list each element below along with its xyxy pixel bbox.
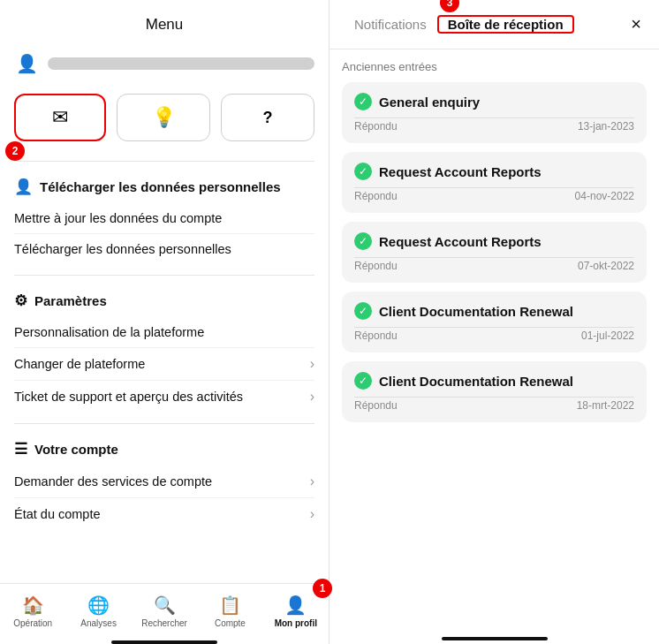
search-icon: 🔍 bbox=[154, 595, 176, 616]
inbox-item-date: 13-jan-2023 bbox=[578, 120, 634, 133]
inbox-item-date: 18-mrt-2022 bbox=[577, 399, 634, 412]
check-icon: ✓ bbox=[354, 93, 372, 110]
menu-item-change-platform[interactable]: Changer de plateforme › bbox=[14, 348, 314, 381]
inbox-items-list: ✓ General enquiry Répondu 13-jan-2023 ✓ … bbox=[342, 82, 647, 422]
inbox-item[interactable]: ✓ Request Account Reports Répondu 04-nov… bbox=[342, 152, 647, 213]
annotation-1: 1 bbox=[313, 579, 332, 598]
nav-mon-profil[interactable]: 👤 Mon profil 1 bbox=[263, 591, 329, 632]
inbox-content: Anciennes entrées ✓ General enquiry Répo… bbox=[330, 49, 659, 632]
inbox-item-status: Répondu bbox=[354, 330, 398, 342]
menu-item-download-data[interactable]: Télécharger les données personnelles bbox=[14, 234, 314, 264]
nav-analyses[interactable]: 🌐 Analyses bbox=[65, 591, 131, 632]
inbox-item-status: Répondu bbox=[354, 399, 398, 412]
inbox-item-title: Request Account Reports bbox=[379, 164, 542, 179]
inbox-item-title: Request Account Reports bbox=[379, 234, 542, 249]
divider-3 bbox=[14, 423, 314, 424]
operation-icon: 🏠 bbox=[22, 595, 44, 616]
nav-rechercher[interactable]: 🔍 Rechercher bbox=[132, 591, 197, 632]
inbox-item[interactable]: ✓ Client Documentation Renewal Répondu 0… bbox=[342, 292, 647, 352]
profile-bar bbox=[48, 57, 314, 70]
section-old-entries: Anciennes entrées bbox=[342, 60, 647, 73]
menu-title: Menu bbox=[0, 0, 329, 46]
check-icon: ✓ bbox=[354, 232, 372, 250]
inbox-item-status: Répondu bbox=[354, 120, 398, 133]
icon-buttons-row: ✉ 2 💡 ? bbox=[0, 87, 329, 154]
menu-item-request-services[interactable]: Demander des services de compte › bbox=[14, 466, 314, 498]
compte-icon: 📋 bbox=[219, 595, 241, 616]
inbox-item-status: Répondu bbox=[354, 190, 398, 202]
inbox-item-title: General enquiry bbox=[379, 95, 480, 110]
home-indicator-left bbox=[111, 640, 217, 644]
check-icon: ✓ bbox=[354, 372, 372, 390]
nav-compte[interactable]: 📋 Compte bbox=[197, 591, 262, 632]
profile-row: 👤 bbox=[0, 46, 329, 87]
divider-1 bbox=[14, 161, 314, 162]
left-panel: Menu 👤 ✉ 2 💡 ? 👤 Télécharger les données… bbox=[0, 0, 330, 644]
account-heading: ☰ Votre compte bbox=[14, 440, 314, 458]
section-settings: ⚙ Paramètres Personnalisation de la plat… bbox=[0, 283, 329, 416]
chevron-icon: › bbox=[310, 356, 314, 372]
list-icon: ☰ bbox=[14, 440, 27, 458]
bottom-nav: 🏠 Opération 🌐 Analyses 🔍 Rechercher 📋 Co… bbox=[0, 583, 329, 635]
profile-icon: 👤 bbox=[14, 51, 39, 76]
section-personal-data: 👤 Télécharger les données personnelles M… bbox=[0, 169, 329, 268]
check-icon: ✓ bbox=[354, 302, 372, 320]
close-button[interactable]: × bbox=[627, 11, 645, 38]
tab-notifications[interactable]: Notifications bbox=[344, 0, 437, 49]
analyses-icon: 🌐 bbox=[87, 595, 110, 616]
annotation-2: 2 bbox=[5, 141, 25, 161]
chevron-icon: › bbox=[310, 389, 314, 405]
inbox-item-title: Client Documentation Renewal bbox=[379, 374, 573, 389]
chevron-icon: › bbox=[310, 474, 314, 489]
person-icon: 👤 bbox=[14, 178, 33, 196]
check-icon: ✓ bbox=[354, 163, 372, 180]
mail-button[interactable]: ✉ bbox=[14, 94, 106, 141]
inbox-header: 3 Notifications Boîte de réception × bbox=[330, 0, 659, 49]
divider-2 bbox=[14, 275, 314, 276]
home-indicator-right bbox=[442, 637, 548, 640]
help-button[interactable]: ? bbox=[221, 94, 314, 141]
menu-item-account-status[interactable]: État du compte › bbox=[14, 498, 314, 530]
menu-item-update-account[interactable]: Mettre à jour les données du compte bbox=[14, 203, 314, 234]
section-account: ☰ Votre compte Demander des services de … bbox=[0, 431, 329, 534]
tab-boite-reception[interactable]: Boîte de réception bbox=[437, 15, 574, 34]
inbox-item-title: Client Documentation Renewal bbox=[379, 304, 573, 319]
inbox-item[interactable]: ✓ General enquiry Répondu 13-jan-2023 bbox=[342, 82, 647, 143]
menu-item-support-ticket[interactable]: Ticket de support et aperçu des activité… bbox=[14, 381, 314, 413]
settings-heading: ⚙ Paramètres bbox=[14, 292, 314, 310]
inbox-item-status: Répondu bbox=[354, 260, 398, 272]
chevron-icon: › bbox=[310, 506, 314, 522]
inbox-item[interactable]: ✓ Client Documentation Renewal Répondu 1… bbox=[342, 361, 647, 422]
annotation-3: 3 bbox=[440, 0, 459, 12]
inbox-item-date: 07-okt-2022 bbox=[578, 260, 634, 272]
bulb-button[interactable]: 💡 bbox=[117, 94, 210, 141]
inbox-item-date: 01-jul-2022 bbox=[581, 330, 634, 342]
menu-item-personalization[interactable]: Personnalisation de la plateforme bbox=[14, 317, 314, 348]
right-panel: 3 Notifications Boîte de réception × Anc… bbox=[330, 0, 659, 644]
inbox-item-date: 04-nov-2022 bbox=[575, 190, 634, 202]
profil-icon: 👤 bbox=[284, 595, 307, 616]
nav-operation[interactable]: 🏠 Opération bbox=[0, 591, 65, 632]
personal-data-heading: 👤 Télécharger les données personnelles bbox=[14, 178, 314, 196]
inbox-item[interactable]: ✓ Request Account Reports Répondu 07-okt… bbox=[342, 222, 647, 283]
gear-icon: ⚙ bbox=[14, 292, 27, 310]
